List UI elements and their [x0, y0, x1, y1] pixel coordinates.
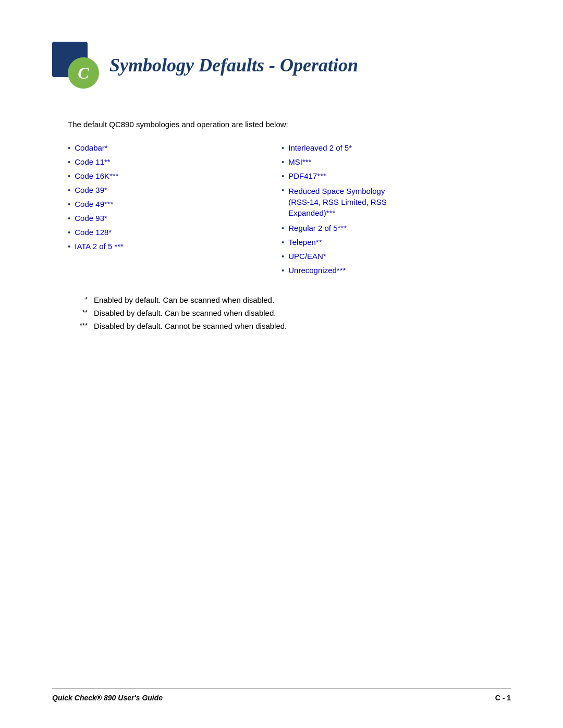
- list-item: • Code 49***: [68, 200, 282, 208]
- list-item: • MSI***: [282, 157, 495, 166]
- list-item: • Code 93*: [68, 214, 282, 223]
- list-item: • Telepen**: [282, 238, 495, 246]
- list-item: • Interleaved 2 of 5*: [282, 143, 495, 152]
- bullet-icon: •: [282, 252, 284, 261]
- regular2of5-link[interactable]: Regular 2 of 5***: [288, 224, 347, 232]
- footer-title: Quick Check® 890 User's Guide: [52, 694, 163, 702]
- footnote-marker: ***: [68, 322, 94, 329]
- bullet-icon: •: [68, 157, 70, 166]
- code39-link[interactable]: Code 39*: [75, 186, 107, 194]
- page: C Symbology Defaults - Operation The def…: [0, 0, 563, 728]
- list-item: • Code 16K***: [68, 171, 282, 180]
- telepen-link[interactable]: Telepen**: [288, 238, 322, 246]
- iata-link[interactable]: IATA 2 of 5 ***: [75, 242, 124, 251]
- upcean-link[interactable]: UPC/EAN*: [288, 252, 326, 261]
- bullet-icon: •: [282, 171, 284, 180]
- bullet-icon: •: [282, 157, 284, 166]
- footnote-row: ** Disabled by default. Can be scanned w…: [68, 309, 495, 317]
- footnote-text: Disabled by default. Cannot be scanned w…: [94, 322, 287, 330]
- bullet-icon: •: [68, 186, 70, 194]
- main-content: The default QC890 symbologies and operat…: [52, 120, 511, 330]
- page-title: Symbology Defaults - Operation: [109, 54, 358, 76]
- footnote-text: Enabled by default. Can be scanned when …: [94, 295, 274, 304]
- left-column: • Codabar* • Code 11** • Code 16K*** • C…: [68, 143, 282, 280]
- unrecognized-link[interactable]: Unrecognized***: [288, 266, 346, 275]
- list-item: • PDF417***: [282, 171, 495, 180]
- bullet-icon: •: [68, 171, 70, 180]
- footnote-row: * Enabled by default. Can be scanned whe…: [68, 295, 495, 304]
- intro-text: The default QC890 symbologies and operat…: [68, 120, 495, 129]
- footnote-text: Disabled by default. Can be scanned when…: [94, 309, 276, 317]
- bullet-icon: •: [68, 242, 70, 251]
- bullet-icon: •: [68, 214, 70, 223]
- bullet-icon: •: [282, 224, 284, 232]
- footer-page-number: C - 1: [495, 694, 511, 702]
- code11-link[interactable]: Code 11**: [75, 157, 110, 166]
- list-item: • Code 128*: [68, 228, 282, 237]
- footnote-marker: **: [68, 309, 94, 316]
- page-header: C Symbology Defaults - Operation: [52, 42, 511, 89]
- list-item: • Reduced Space Symbology(RSS-14, RSS Li…: [282, 186, 495, 218]
- code93-link[interactable]: Code 93*: [75, 214, 107, 223]
- footnotes: * Enabled by default. Can be scanned whe…: [68, 295, 495, 330]
- list-item: • Code 39*: [68, 186, 282, 194]
- code49-link[interactable]: Code 49***: [75, 200, 113, 208]
- msi-link[interactable]: MSI***: [288, 157, 311, 166]
- footnote-row: *** Disabled by default. Cannot be scann…: [68, 322, 495, 330]
- logo-circle: C: [68, 57, 99, 89]
- bullet-icon: •: [282, 266, 284, 275]
- page-footer: Quick Check® 890 User's Guide C - 1: [52, 688, 511, 702]
- bullet-icon: •: [282, 238, 284, 246]
- code128-link[interactable]: Code 128*: [75, 228, 112, 237]
- bullet-icon: •: [282, 143, 284, 152]
- right-column: • Interleaved 2 of 5* • MSI*** • PDF417*…: [282, 143, 495, 280]
- codabar-link[interactable]: Codabar*: [75, 143, 107, 152]
- bullet-icon: •: [68, 228, 70, 237]
- logo-container: C: [52, 42, 99, 89]
- list-item: • Regular 2 of 5***: [282, 224, 495, 232]
- logo-letter: C: [78, 64, 89, 83]
- list-item: • Code 11**: [68, 157, 282, 166]
- list-item: • Unrecognized***: [282, 266, 495, 275]
- rss-link[interactable]: Reduced Space Symbology(RSS-14, RSS Limi…: [288, 186, 386, 218]
- symbology-list: • Codabar* • Code 11** • Code 16K*** • C…: [68, 143, 495, 280]
- list-item: • UPC/EAN*: [282, 252, 495, 261]
- list-item: • Codabar*: [68, 143, 282, 152]
- code16k-link[interactable]: Code 16K***: [75, 171, 118, 180]
- list-item: • IATA 2 of 5 ***: [68, 242, 282, 251]
- bullet-icon: •: [282, 186, 284, 194]
- bullet-icon: •: [68, 143, 70, 152]
- bullet-icon: •: [68, 200, 70, 208]
- footnote-marker: *: [68, 295, 94, 303]
- interleaved-link[interactable]: Interleaved 2 of 5*: [288, 143, 352, 152]
- pdf417-link[interactable]: PDF417***: [288, 171, 326, 180]
